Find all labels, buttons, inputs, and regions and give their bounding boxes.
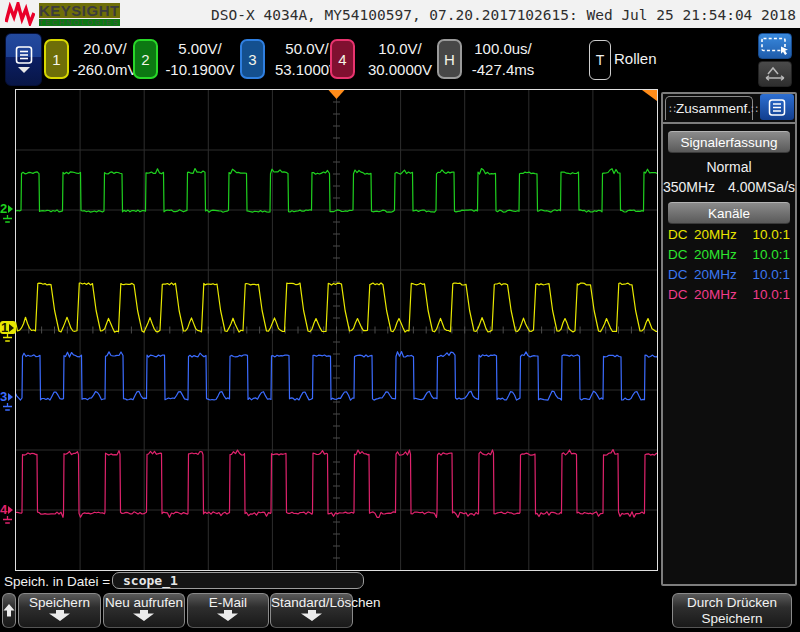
- coupling-value: DC: [668, 227, 694, 242]
- down-arrow-icon: [217, 610, 239, 621]
- probe-ratio-value: 10.0:1: [752, 227, 790, 242]
- softkey-default-erase[interactable]: Standard/Löschen: [270, 593, 353, 628]
- softkey-recall[interactable]: Neu aufrufen: [103, 593, 185, 628]
- channel-2-badge[interactable]: 2: [133, 39, 158, 79]
- down-arrow-icon: [301, 610, 323, 621]
- softkey-label: Speichern: [19, 594, 100, 610]
- trigger-corner-marker: [642, 90, 657, 101]
- ground-symbol-icon: [2, 403, 13, 412]
- press-to-save-button[interactable]: Durch Drücken Speichern: [672, 593, 792, 628]
- coupling-value: DC: [668, 287, 694, 302]
- selection-tool-button[interactable]: [758, 33, 792, 59]
- probe-ratio-value: 10.0:1: [752, 267, 790, 282]
- channel-info-row-2: DC 20MHz 10.0:1: [668, 244, 790, 264]
- softkey-email[interactable]: E-Mail: [187, 593, 269, 628]
- channel-marker-column: 2134: [0, 89, 15, 571]
- panel-menu-icon: [768, 99, 786, 116]
- marker-arrow-icon: [9, 324, 14, 332]
- channel-4-readout[interactable]: 10.0V/ 30.0000V: [352, 38, 448, 80]
- keysight-logo: KEYSIGHT TECHNOLOGIES: [5, 2, 120, 26]
- bandwidth-value: 350MHz: [663, 179, 715, 195]
- touch-gesture-button[interactable]: [758, 61, 792, 87]
- horizontal-readout[interactable]: 100.0us/ -427.4ms: [458, 38, 548, 80]
- channel-info-row-4: DC 20MHz 10.0:1: [668, 284, 790, 304]
- probe-ratio-value: 10.0:1: [752, 247, 790, 262]
- keysight-spark-icon: [5, 2, 35, 26]
- channel-2-offset: -10.1900V: [156, 59, 244, 80]
- channel-4-marker[interactable]: 4: [0, 503, 16, 525]
- marker-arrow-icon: [8, 506, 13, 514]
- summary-tab[interactable]: ∷ Zusammenf. ∷: [665, 96, 753, 120]
- softkey-save[interactable]: Speichern: [18, 593, 101, 628]
- trigger-badge[interactable]: T: [589, 40, 611, 80]
- trigger-mode-label: Rollen: [614, 50, 657, 67]
- coupling-value: DC: [668, 267, 694, 282]
- ground-symbol-icon: [2, 516, 13, 525]
- menu-caret-down-icon: [18, 67, 30, 73]
- waveform-svg: [16, 90, 657, 570]
- save-file-label: Speich. in Datei =: [4, 574, 110, 589]
- channel-4-offset: 30.0000V: [352, 59, 448, 80]
- softkey-label: E-Mail: [188, 594, 268, 610]
- channel-settings-bar: 1 20.0V/ -260.0mV 2 5.00V/ -10.1900V 3 5…: [0, 28, 800, 88]
- up-arrow-icon: [3, 603, 15, 618]
- waveform-drag-icon: [762, 65, 788, 83]
- bw-limit-value: 20MHz: [694, 227, 752, 242]
- file-bar: Speich. in Datei =: [0, 571, 660, 591]
- brand-name: KEYSIGHT: [39, 3, 120, 18]
- down-arrow-icon: [133, 610, 155, 621]
- softkey-label: Standard/Löschen: [271, 594, 352, 610]
- sample-rate-value: 4.00MSa/s: [728, 179, 795, 195]
- waveform-display: [15, 89, 658, 571]
- channel-2-readout[interactable]: 5.00V/ -10.1900V: [156, 38, 244, 80]
- summary-panel: ∷ Zusammenf. ∷ Signalerfassung Normal 35…: [661, 92, 797, 586]
- channels-button[interactable]: Kanäle: [668, 202, 790, 224]
- horizontal-delay: -427.4ms: [458, 59, 548, 80]
- marker-number: 1: [1, 322, 8, 334]
- probe-ratio-value: 10.0:1: [752, 287, 790, 302]
- channel-info-row-1: DC 20MHz 10.0:1: [668, 224, 790, 244]
- acquisition-button[interactable]: Signalerfassung: [668, 131, 790, 153]
- selection-rect-icon: [760, 36, 790, 56]
- panel-title: Zusammenf.: [676, 101, 751, 116]
- channel-2-scale: 5.00V/: [156, 38, 244, 59]
- bw-limit-value: 20MHz: [694, 247, 752, 262]
- drag-grip-right-icon[interactable]: ∷: [751, 104, 758, 114]
- channel-1-marker[interactable]: 1: [0, 321, 16, 343]
- panel-menu-button[interactable]: [760, 94, 794, 120]
- coupling-value: DC: [668, 247, 694, 262]
- ground-symbol-icon: [2, 215, 13, 224]
- top-status-bar: KEYSIGHT TECHNOLOGIES DSO-X 4034A, MY541…: [0, 0, 800, 28]
- device-status-text: DSO-X 4034A, MY54100597, 07.20.201710261…: [211, 0, 796, 28]
- channel-3-marker[interactable]: 3: [0, 390, 16, 412]
- press-to-save-line1: Durch Drücken: [673, 595, 791, 611]
- channel-2-marker[interactable]: 2: [0, 202, 16, 224]
- channel-info-row-3: DC 20MHz 10.0:1: [668, 264, 790, 284]
- summary-panel-header: ∷ Zusammenf. ∷: [663, 94, 795, 124]
- brand-sub: TECHNOLOGIES: [39, 19, 120, 26]
- marker-arrow-icon: [8, 393, 13, 401]
- softkey-label: Neu aufrufen: [104, 594, 184, 610]
- horizontal-scale: 100.0us/: [458, 38, 548, 59]
- acquisition-mode: Normal: [663, 159, 795, 175]
- softkey-bar: Speichern Neu aufrufen E-Mail Standard/L…: [0, 593, 800, 629]
- channel-4-scale: 10.0V/: [352, 38, 448, 59]
- marker-number: 2: [0, 203, 7, 215]
- press-to-save-line2: Speichern: [673, 611, 791, 627]
- filename-input[interactable]: [112, 572, 364, 589]
- marker-number: 4: [0, 504, 7, 516]
- back-button[interactable]: [2, 593, 16, 628]
- trigger-time-marker[interactable]: [329, 90, 345, 99]
- drag-grip-left-icon[interactable]: ∷: [669, 104, 676, 114]
- scope-app: KEYSIGHT TECHNOLOGIES DSO-X 4034A, MY541…: [0, 0, 800, 632]
- main-menu-button[interactable]: [5, 33, 42, 86]
- bw-limit-value: 20MHz: [694, 267, 752, 282]
- marker-arrow-icon: [8, 205, 13, 213]
- ground-symbol-icon: [2, 334, 13, 343]
- marker-number: 3: [0, 391, 7, 403]
- menu-list-icon: [14, 46, 34, 64]
- down-arrow-icon: [49, 610, 71, 621]
- bw-limit-value: 20MHz: [694, 287, 752, 302]
